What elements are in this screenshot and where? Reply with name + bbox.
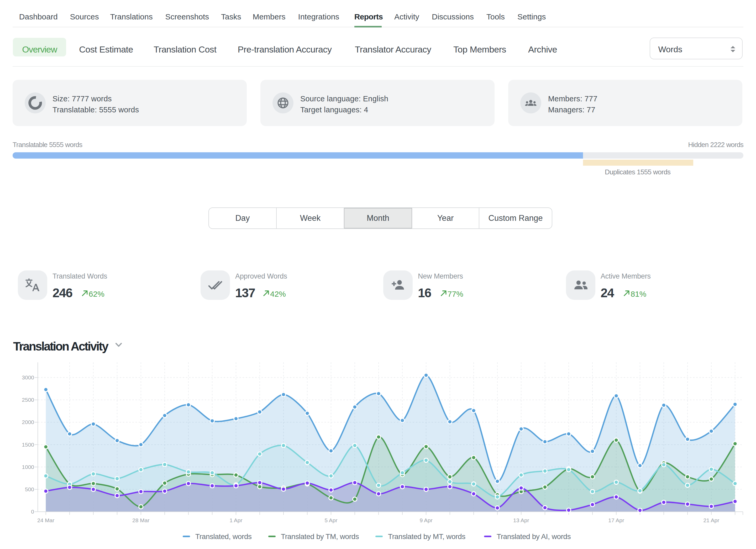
svg-text:Translated, words: Translated, words — [195, 532, 252, 541]
svg-text:0: 0 — [31, 509, 34, 515]
svg-text:21 Apr: 21 Apr — [703, 517, 719, 523]
svg-text:9 Apr: 9 Apr — [420, 517, 433, 523]
svg-text:500: 500 — [25, 486, 34, 492]
svg-text:1000: 1000 — [22, 464, 34, 470]
svg-text:1 Apr: 1 Apr — [229, 517, 242, 523]
svg-text:1500: 1500 — [22, 442, 34, 448]
svg-text:2000: 2000 — [22, 419, 34, 425]
svg-text:3000: 3000 — [22, 374, 34, 380]
svg-text:Translated by AI, words: Translated by AI, words — [497, 532, 571, 541]
svg-text:17 Apr: 17 Apr — [608, 517, 624, 523]
svg-text:2500: 2500 — [22, 397, 34, 403]
svg-text:Translated by TM, words: Translated by TM, words — [281, 532, 359, 541]
svg-text:5 Apr: 5 Apr — [324, 517, 337, 523]
svg-text:Translated by MT, words: Translated by MT, words — [388, 532, 465, 541]
svg-text:28 Mar: 28 Mar — [132, 517, 149, 523]
svg-text:24 Mar: 24 Mar — [37, 517, 54, 523]
svg-text:13 Apr: 13 Apr — [513, 517, 529, 523]
